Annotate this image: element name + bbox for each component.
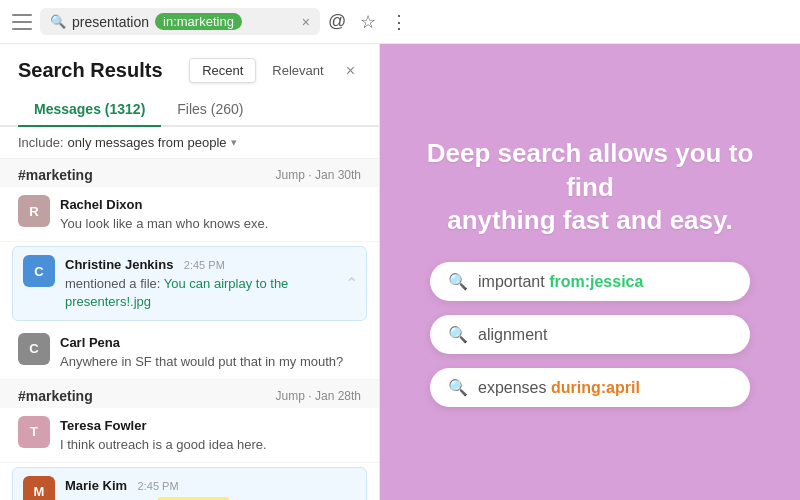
close-results-button[interactable]: ×	[340, 60, 361, 82]
message-content: Marie Kim 2:45 PM I am planning a presen…	[65, 476, 356, 500]
relevant-filter-button[interactable]: Relevant	[260, 59, 335, 82]
message-content: Carl Pena Anywhere in SF that would put …	[60, 333, 361, 371]
example-search-3: 🔍 expenses during:april	[430, 368, 750, 407]
example-text-3: expenses during:april	[478, 379, 640, 397]
channel-section-1: #marketing Jump · Jan 30th R Rachel Dixo…	[0, 159, 379, 380]
avatar: C	[23, 255, 55, 287]
list-item: M Marie Kim 2:45 PM I am planning a pres…	[12, 467, 367, 500]
avatar: R	[18, 195, 50, 227]
channel-name-2: #marketing	[18, 388, 93, 404]
filter-dropdown-icon[interactable]: ▾	[231, 136, 237, 149]
message-sender: Marie Kim	[65, 478, 127, 493]
example-filter-green: from:jessica	[549, 273, 643, 290]
message-text: You look like a man who knows exe.	[60, 215, 361, 233]
list-item: C Carl Pena Anywhere in SF that would pu…	[0, 325, 379, 380]
filter-bar: Include: only messages from people ▾	[0, 127, 379, 159]
sidebar-toggle-button[interactable]	[12, 14, 32, 30]
results-list: #marketing Jump · Jan 30th R Rachel Dixo…	[0, 159, 379, 500]
list-item: R Rachel Dixon You look like a man who k…	[0, 187, 379, 242]
left-panel: Search Results Recent Relevant × Message…	[0, 44, 380, 500]
message-sender: Carl Pena	[60, 335, 120, 350]
tabs: Messages (1312) Files (260)	[0, 93, 379, 127]
search-bar[interactable]: 🔍 presentation in:marketing ×	[40, 8, 320, 35]
avatar: C	[18, 333, 50, 365]
avatar: T	[18, 416, 50, 448]
message-time: 2:45 PM	[184, 259, 225, 271]
recent-filter-button[interactable]: Recent	[189, 58, 256, 83]
search-icon: 🔍	[50, 14, 66, 29]
message-content: Rachel Dixon You look like a man who kno…	[60, 195, 361, 233]
results-title: Search Results	[18, 59, 163, 82]
message-content: Christine Jenkins 2:45 PM mentioned a fi…	[65, 255, 356, 311]
top-bar-icons: @ ☆ ⋮	[328, 11, 408, 33]
example-search-1: 🔍 important from:jessica	[430, 262, 750, 301]
tab-files[interactable]: Files (260)	[161, 93, 259, 127]
search-icon: 🔍	[448, 325, 468, 344]
channel-section-2: #marketing Jump · Jan 28th T Teresa Fowl…	[0, 380, 379, 500]
tab-messages[interactable]: Messages (1312)	[18, 93, 161, 127]
avatar: M	[23, 476, 55, 500]
message-content: Teresa Fowler I think outreach is a good…	[60, 416, 361, 454]
list-item: C Christine Jenkins 2:45 PM mentioned a …	[12, 246, 367, 320]
results-header: Search Results Recent Relevant ×	[0, 44, 379, 93]
filter-prefix: Include:	[18, 135, 64, 150]
channel-header-2: #marketing Jump · Jan 28th	[0, 380, 379, 408]
top-bar: 🔍 presentation in:marketing × @ ☆ ⋮	[0, 0, 800, 44]
example-filter-orange: during:april	[551, 379, 640, 396]
channel-name-1: #marketing	[18, 167, 93, 183]
example-search-2: 🔍 alignment	[430, 315, 750, 354]
channel-header-1: #marketing Jump · Jan 30th	[0, 159, 379, 187]
scroll-button[interactable]: ⌃	[345, 274, 358, 293]
message-sender: Christine Jenkins	[65, 257, 173, 272]
file-link[interactable]: You can airplay to the presenters!.jpg	[65, 276, 288, 309]
at-icon[interactable]: @	[328, 11, 346, 32]
list-item: T Teresa Fowler I think outreach is a go…	[0, 408, 379, 463]
message-text: I am planning a presentation to my co-wo…	[65, 496, 356, 500]
star-icon[interactable]: ☆	[360, 11, 376, 33]
more-icon[interactable]: ⋮	[390, 11, 408, 33]
message-text: I think outreach is a good idea here.	[60, 436, 361, 454]
channel-meta-1: Jump · Jan 30th	[276, 168, 361, 182]
filter-value[interactable]: only messages from people	[68, 135, 227, 150]
search-icon: 🔍	[448, 378, 468, 397]
message-time: 2:45 PM	[138, 480, 179, 492]
message-text: Anywhere in SF that would put that in my…	[60, 353, 361, 371]
message-text: mentioned a file: You can airplay to the…	[65, 275, 356, 311]
search-examples: 🔍 important from:jessica 🔍 alignment 🔍 e…	[430, 262, 750, 407]
message-sender: Teresa Fowler	[60, 418, 146, 433]
search-term: presentation	[72, 14, 149, 30]
search-icon: 🔍	[448, 272, 468, 291]
results-actions: Recent Relevant ×	[189, 58, 361, 83]
message-sender: Rachel Dixon	[60, 197, 142, 212]
search-filter-tag[interactable]: in:marketing	[155, 13, 242, 30]
right-panel: Deep search allows you to findanything f…	[380, 44, 800, 500]
example-text-2: alignment	[478, 326, 547, 344]
channel-meta-2: Jump · Jan 28th	[276, 389, 361, 403]
promo-title: Deep search allows you to findanything f…	[410, 137, 770, 238]
main-layout: Search Results Recent Relevant × Message…	[0, 44, 800, 500]
example-text-1: important from:jessica	[478, 273, 643, 291]
search-clear-button[interactable]: ×	[302, 14, 310, 30]
